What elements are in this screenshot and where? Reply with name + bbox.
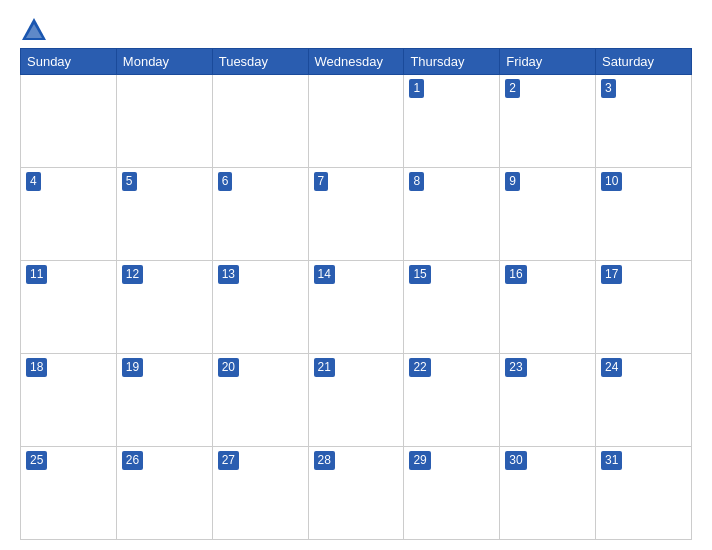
date-number: 6 (218, 172, 233, 191)
calendar-cell: 24 (596, 354, 692, 447)
date-number: 25 (26, 451, 47, 470)
day-header-tuesday: Tuesday (212, 49, 308, 75)
week-row-1: 123 (21, 75, 692, 168)
date-number: 23 (505, 358, 526, 377)
date-number: 21 (314, 358, 335, 377)
calendar-cell (308, 75, 404, 168)
date-number: 16 (505, 265, 526, 284)
date-number: 26 (122, 451, 143, 470)
calendar-cell: 18 (21, 354, 117, 447)
date-number: 15 (409, 265, 430, 284)
date-number: 7 (314, 172, 329, 191)
date-number: 5 (122, 172, 137, 191)
day-header-monday: Monday (116, 49, 212, 75)
logo (20, 16, 52, 44)
date-number: 29 (409, 451, 430, 470)
calendar-cell: 26 (116, 447, 212, 540)
date-number: 1 (409, 79, 424, 98)
date-number: 18 (26, 358, 47, 377)
date-number: 8 (409, 172, 424, 191)
calendar-cell: 2 (500, 75, 596, 168)
calendar-cell (21, 75, 117, 168)
calendar-cell: 9 (500, 168, 596, 261)
day-header-saturday: Saturday (596, 49, 692, 75)
date-number: 30 (505, 451, 526, 470)
calendar-cell: 21 (308, 354, 404, 447)
calendar-cell: 5 (116, 168, 212, 261)
calendar-cell: 28 (308, 447, 404, 540)
calendar-cell: 7 (308, 168, 404, 261)
calendar-cell: 31 (596, 447, 692, 540)
calendar-cell: 19 (116, 354, 212, 447)
calendar-cell: 3 (596, 75, 692, 168)
date-number: 28 (314, 451, 335, 470)
calendar-cell: 10 (596, 168, 692, 261)
date-number: 20 (218, 358, 239, 377)
calendar-cell: 16 (500, 261, 596, 354)
day-header-row: SundayMondayTuesdayWednesdayThursdayFrid… (21, 49, 692, 75)
calendar-cell: 15 (404, 261, 500, 354)
calendar-cell: 25 (21, 447, 117, 540)
week-row-3: 11121314151617 (21, 261, 692, 354)
calendar-cell: 12 (116, 261, 212, 354)
calendar-cell: 4 (21, 168, 117, 261)
calendar-cell: 14 (308, 261, 404, 354)
logo-icon (20, 16, 48, 44)
date-number: 10 (601, 172, 622, 191)
calendar-cell: 30 (500, 447, 596, 540)
date-number: 13 (218, 265, 239, 284)
date-number: 31 (601, 451, 622, 470)
calendar-cell: 13 (212, 261, 308, 354)
date-number: 3 (601, 79, 616, 98)
date-number: 24 (601, 358, 622, 377)
date-number: 17 (601, 265, 622, 284)
date-number: 2 (505, 79, 520, 98)
date-number: 27 (218, 451, 239, 470)
date-number: 4 (26, 172, 41, 191)
week-row-2: 45678910 (21, 168, 692, 261)
calendar-cell: 29 (404, 447, 500, 540)
week-row-5: 25262728293031 (21, 447, 692, 540)
calendar-cell (212, 75, 308, 168)
day-header-sunday: Sunday (21, 49, 117, 75)
calendar-cell: 6 (212, 168, 308, 261)
page-header (20, 10, 692, 48)
date-number: 19 (122, 358, 143, 377)
calendar-cell: 8 (404, 168, 500, 261)
calendar-cell (116, 75, 212, 168)
calendar-cell: 27 (212, 447, 308, 540)
calendar-cell: 20 (212, 354, 308, 447)
calendar-cell: 23 (500, 354, 596, 447)
date-number: 22 (409, 358, 430, 377)
week-row-4: 18192021222324 (21, 354, 692, 447)
calendar-table: SundayMondayTuesdayWednesdayThursdayFrid… (20, 48, 692, 540)
day-header-friday: Friday (500, 49, 596, 75)
date-number: 14 (314, 265, 335, 284)
date-number: 9 (505, 172, 520, 191)
date-number: 11 (26, 265, 47, 284)
date-number: 12 (122, 265, 143, 284)
day-header-thursday: Thursday (404, 49, 500, 75)
calendar-cell: 22 (404, 354, 500, 447)
calendar-cell: 17 (596, 261, 692, 354)
day-header-wednesday: Wednesday (308, 49, 404, 75)
calendar-cell: 1 (404, 75, 500, 168)
calendar-cell: 11 (21, 261, 117, 354)
